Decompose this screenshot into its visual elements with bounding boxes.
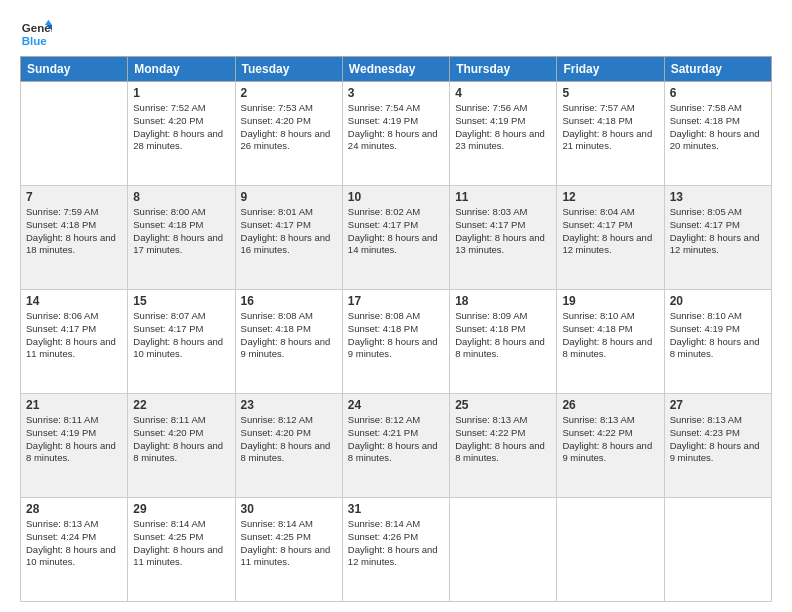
day-info: Sunrise: 8:13 AMSunset: 4:22 PMDaylight:… [455, 414, 551, 465]
day-info: Sunrise: 8:08 AMSunset: 4:18 PMDaylight:… [348, 310, 444, 361]
day-number: 12 [562, 190, 658, 204]
day-info: Sunrise: 8:11 AMSunset: 4:20 PMDaylight:… [133, 414, 229, 465]
calendar-cell: 20Sunrise: 8:10 AMSunset: 4:19 PMDayligh… [664, 290, 771, 394]
day-number: 28 [26, 502, 122, 516]
day-number: 13 [670, 190, 766, 204]
calendar-cell: 12Sunrise: 8:04 AMSunset: 4:17 PMDayligh… [557, 186, 664, 290]
calendar-cell: 23Sunrise: 8:12 AMSunset: 4:20 PMDayligh… [235, 394, 342, 498]
calendar-week-row: 14Sunrise: 8:06 AMSunset: 4:17 PMDayligh… [21, 290, 772, 394]
svg-text:Blue: Blue [22, 35, 48, 47]
calendar-cell: 22Sunrise: 8:11 AMSunset: 4:20 PMDayligh… [128, 394, 235, 498]
calendar-table: SundayMondayTuesdayWednesdayThursdayFrid… [20, 56, 772, 602]
calendar-cell: 6Sunrise: 7:58 AMSunset: 4:18 PMDaylight… [664, 82, 771, 186]
day-number: 10 [348, 190, 444, 204]
calendar-week-row: 7Sunrise: 7:59 AMSunset: 4:18 PMDaylight… [21, 186, 772, 290]
calendar-cell: 1Sunrise: 7:52 AMSunset: 4:20 PMDaylight… [128, 82, 235, 186]
top-header: General Blue [20, 18, 772, 50]
day-info: Sunrise: 8:12 AMSunset: 4:20 PMDaylight:… [241, 414, 337, 465]
logo: General Blue [20, 18, 52, 50]
day-number: 29 [133, 502, 229, 516]
day-info: Sunrise: 8:13 AMSunset: 4:23 PMDaylight:… [670, 414, 766, 465]
calendar-cell: 14Sunrise: 8:06 AMSunset: 4:17 PMDayligh… [21, 290, 128, 394]
day-info: Sunrise: 8:09 AMSunset: 4:18 PMDaylight:… [455, 310, 551, 361]
day-number: 18 [455, 294, 551, 308]
calendar-cell: 27Sunrise: 8:13 AMSunset: 4:23 PMDayligh… [664, 394, 771, 498]
calendar-cell: 2Sunrise: 7:53 AMSunset: 4:20 PMDaylight… [235, 82, 342, 186]
day-info: Sunrise: 8:00 AMSunset: 4:18 PMDaylight:… [133, 206, 229, 257]
day-info: Sunrise: 7:53 AMSunset: 4:20 PMDaylight:… [241, 102, 337, 153]
day-number: 24 [348, 398, 444, 412]
calendar-cell: 26Sunrise: 8:13 AMSunset: 4:22 PMDayligh… [557, 394, 664, 498]
day-number: 14 [26, 294, 122, 308]
calendar-cell: 18Sunrise: 8:09 AMSunset: 4:18 PMDayligh… [450, 290, 557, 394]
day-number: 4 [455, 86, 551, 100]
day-number: 11 [455, 190, 551, 204]
calendar-cell: 24Sunrise: 8:12 AMSunset: 4:21 PMDayligh… [342, 394, 449, 498]
day-number: 1 [133, 86, 229, 100]
calendar-cell: 28Sunrise: 8:13 AMSunset: 4:24 PMDayligh… [21, 498, 128, 602]
calendar-week-row: 28Sunrise: 8:13 AMSunset: 4:24 PMDayligh… [21, 498, 772, 602]
day-info: Sunrise: 7:59 AMSunset: 4:18 PMDaylight:… [26, 206, 122, 257]
calendar-cell: 13Sunrise: 8:05 AMSunset: 4:17 PMDayligh… [664, 186, 771, 290]
calendar-cell: 16Sunrise: 8:08 AMSunset: 4:18 PMDayligh… [235, 290, 342, 394]
day-number: 31 [348, 502, 444, 516]
day-number: 9 [241, 190, 337, 204]
calendar-cell: 7Sunrise: 7:59 AMSunset: 4:18 PMDaylight… [21, 186, 128, 290]
day-number: 8 [133, 190, 229, 204]
day-info: Sunrise: 8:14 AMSunset: 4:25 PMDaylight:… [241, 518, 337, 569]
day-info: Sunrise: 8:11 AMSunset: 4:19 PMDaylight:… [26, 414, 122, 465]
calendar-week-row: 1Sunrise: 7:52 AMSunset: 4:20 PMDaylight… [21, 82, 772, 186]
day-info: Sunrise: 8:14 AMSunset: 4:26 PMDaylight:… [348, 518, 444, 569]
weekday-header-thursday: Thursday [450, 57, 557, 82]
day-number: 15 [133, 294, 229, 308]
day-info: Sunrise: 8:10 AMSunset: 4:19 PMDaylight:… [670, 310, 766, 361]
day-info: Sunrise: 7:52 AMSunset: 4:20 PMDaylight:… [133, 102, 229, 153]
calendar-cell: 29Sunrise: 8:14 AMSunset: 4:25 PMDayligh… [128, 498, 235, 602]
calendar-cell [450, 498, 557, 602]
day-number: 2 [241, 86, 337, 100]
calendar-cell: 11Sunrise: 8:03 AMSunset: 4:17 PMDayligh… [450, 186, 557, 290]
day-number: 16 [241, 294, 337, 308]
day-number: 3 [348, 86, 444, 100]
day-info: Sunrise: 8:14 AMSunset: 4:25 PMDaylight:… [133, 518, 229, 569]
day-info: Sunrise: 8:07 AMSunset: 4:17 PMDaylight:… [133, 310, 229, 361]
day-info: Sunrise: 8:01 AMSunset: 4:17 PMDaylight:… [241, 206, 337, 257]
day-number: 5 [562, 86, 658, 100]
page: General Blue SundayMondayTuesdayWednesda… [0, 0, 792, 612]
day-info: Sunrise: 7:58 AMSunset: 4:18 PMDaylight:… [670, 102, 766, 153]
calendar-cell: 10Sunrise: 8:02 AMSunset: 4:17 PMDayligh… [342, 186, 449, 290]
logo-icon: General Blue [20, 18, 52, 50]
day-info: Sunrise: 8:13 AMSunset: 4:22 PMDaylight:… [562, 414, 658, 465]
day-info: Sunrise: 8:04 AMSunset: 4:17 PMDaylight:… [562, 206, 658, 257]
day-info: Sunrise: 8:13 AMSunset: 4:24 PMDaylight:… [26, 518, 122, 569]
calendar-cell [557, 498, 664, 602]
calendar-cell: 4Sunrise: 7:56 AMSunset: 4:19 PMDaylight… [450, 82, 557, 186]
day-info: Sunrise: 8:06 AMSunset: 4:17 PMDaylight:… [26, 310, 122, 361]
day-info: Sunrise: 7:57 AMSunset: 4:18 PMDaylight:… [562, 102, 658, 153]
day-number: 30 [241, 502, 337, 516]
day-info: Sunrise: 8:10 AMSunset: 4:18 PMDaylight:… [562, 310, 658, 361]
day-info: Sunrise: 8:08 AMSunset: 4:18 PMDaylight:… [241, 310, 337, 361]
day-number: 22 [133, 398, 229, 412]
calendar-cell: 21Sunrise: 8:11 AMSunset: 4:19 PMDayligh… [21, 394, 128, 498]
day-number: 6 [670, 86, 766, 100]
weekday-header-wednesday: Wednesday [342, 57, 449, 82]
calendar-cell: 30Sunrise: 8:14 AMSunset: 4:25 PMDayligh… [235, 498, 342, 602]
day-info: Sunrise: 8:05 AMSunset: 4:17 PMDaylight:… [670, 206, 766, 257]
weekday-header-monday: Monday [128, 57, 235, 82]
calendar-cell: 17Sunrise: 8:08 AMSunset: 4:18 PMDayligh… [342, 290, 449, 394]
day-info: Sunrise: 8:12 AMSunset: 4:21 PMDaylight:… [348, 414, 444, 465]
day-number: 17 [348, 294, 444, 308]
day-number: 19 [562, 294, 658, 308]
calendar-cell: 5Sunrise: 7:57 AMSunset: 4:18 PMDaylight… [557, 82, 664, 186]
calendar-cell [21, 82, 128, 186]
day-info: Sunrise: 7:56 AMSunset: 4:19 PMDaylight:… [455, 102, 551, 153]
weekday-header-friday: Friday [557, 57, 664, 82]
calendar-cell: 15Sunrise: 8:07 AMSunset: 4:17 PMDayligh… [128, 290, 235, 394]
day-number: 23 [241, 398, 337, 412]
day-number: 25 [455, 398, 551, 412]
calendar-cell: 9Sunrise: 8:01 AMSunset: 4:17 PMDaylight… [235, 186, 342, 290]
calendar-cell: 25Sunrise: 8:13 AMSunset: 4:22 PMDayligh… [450, 394, 557, 498]
day-number: 26 [562, 398, 658, 412]
weekday-header-sunday: Sunday [21, 57, 128, 82]
